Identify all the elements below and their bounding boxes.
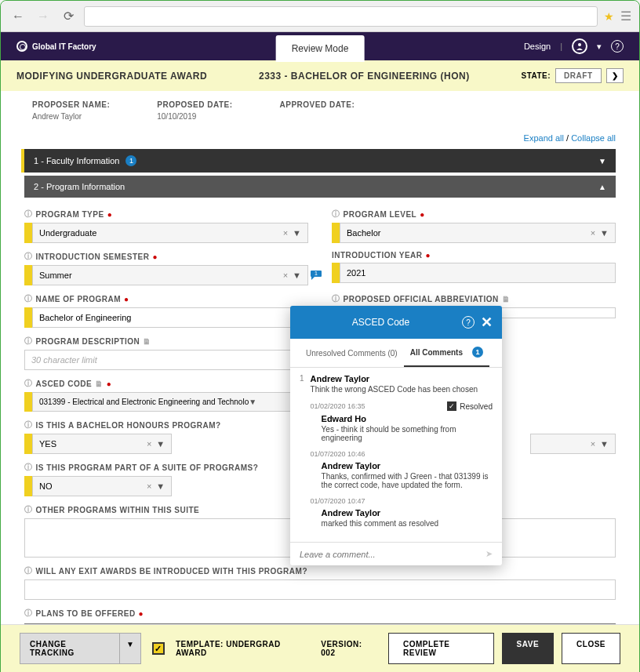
dropdown-icon[interactable]: ▼ <box>249 398 256 406</box>
info-icon[interactable]: ⓘ <box>332 209 340 220</box>
dropdown-icon[interactable]: ▼ <box>156 439 165 449</box>
clear-icon[interactable]: × <box>586 439 600 449</box>
info-icon[interactable]: ⓘ <box>24 251 33 262</box>
comment-text: marked this comment as resolved <box>322 519 493 528</box>
popup-close-button[interactable]: ✕ <box>481 314 493 331</box>
tab-unresolved[interactable]: Unresolved Comments (0) <box>300 339 404 367</box>
dropdown-icon[interactable]: ▼ <box>293 271 301 280</box>
help-button[interactable]: ? <box>611 40 624 53</box>
resolved-checkbox[interactable]: ✓Resolved <box>447 401 493 411</box>
accordion-title: 1 - Faculty Information <box>34 156 119 165</box>
reload-button[interactable]: ⟳ <box>59 7 78 26</box>
honours-select[interactable]: YES×▼ <box>32 434 172 454</box>
send-button[interactable]: ➤ <box>485 549 493 559</box>
info-icon[interactable]: ⓘ <box>24 504 33 515</box>
info-icon[interactable]: ⓘ <box>24 608 33 619</box>
version-label: VERSION: 002 <box>321 640 377 657</box>
user-menu[interactable] <box>572 38 587 54</box>
program-level-select[interactable]: Bachelor×▼ <box>340 223 616 243</box>
suite-select[interactable]: NO×▼ <box>32 476 172 496</box>
change-indicator <box>24 307 32 328</box>
exit-awards-input[interactable] <box>24 579 616 600</box>
change-indicator <box>24 223 32 243</box>
menu-button[interactable]: ☰ <box>620 9 631 24</box>
dropdown-icon[interactable]: ▼ <box>600 228 609 238</box>
info-icon[interactable]: ⓘ <box>24 293 33 304</box>
change-tracking-button[interactable]: CHANGE TRACKING ▼ <box>20 633 141 664</box>
comment-input-row: ➤ <box>290 542 502 565</box>
clear-icon[interactable]: × <box>278 271 293 280</box>
change-indicator <box>24 434 32 454</box>
doc-icon[interactable]: 🗎 <box>143 337 151 346</box>
field-label: OTHER PROGRAMS WITHIN THIS SUITE <box>36 506 200 514</box>
page-title: 2333 - BACHELOR OF ENGINEERING (HON) <box>223 71 505 82</box>
change-indicator <box>24 392 32 412</box>
clear-icon[interactable]: × <box>142 439 156 449</box>
change-indicator <box>24 476 32 496</box>
forward-button[interactable]: → <box>34 7 53 26</box>
tracking-checkbox[interactable]: ✓ <box>152 642 165 655</box>
dropdown-icon[interactable]: ▼ <box>600 439 609 449</box>
user-dropdown[interactable]: ▾ <box>597 42 602 52</box>
checkbox-icon: ✓ <box>447 401 456 411</box>
url-bar[interactable] <box>84 6 598 27</box>
template-label: TEMPLATE: UNDERGRAD AWARD <box>176 640 310 657</box>
meta-row: PROPOSER NAME: Andrew Taylor PROPOSED DA… <box>1 91 639 130</box>
dropdown-icon[interactable]: ▼ <box>156 481 165 491</box>
expand-all-link[interactable]: Expand all <box>524 133 564 143</box>
dropdown-icon[interactable]: ▼ <box>293 228 301 238</box>
modifying-label: MODIFYING UNDERGRADUATE AWARD <box>16 71 207 82</box>
approved-date-label: APPROVED DATE: <box>280 100 355 109</box>
field-label: INTRODUCTION SEMESTER <box>36 252 150 261</box>
accordion-faculty[interactable]: 1 - Faculty Information 1 ▼ <box>24 149 616 173</box>
bookmark-icon[interactable]: ★ <box>604 10 614 23</box>
info-icon[interactable]: ⓘ <box>24 462 33 473</box>
comment-input[interactable] <box>300 550 485 559</box>
close-button[interactable]: CLOSE <box>562 633 620 664</box>
accent-bar <box>21 149 24 173</box>
info-icon[interactable]: ⓘ <box>24 420 33 430</box>
complete-review-button[interactable]: COMPLETE REVIEW <box>388 633 494 664</box>
clear-icon[interactable]: × <box>586 228 600 238</box>
thread-number: 1 <box>300 374 304 536</box>
doc-icon[interactable]: 🗎 <box>502 295 511 303</box>
back-button[interactable]: ← <box>9 7 27 26</box>
brand[interactable]: Global IT Factory <box>16 41 96 52</box>
intro-semester-select[interactable]: Summer×▼ <box>32 265 308 285</box>
title-bar: MODIFYING UNDERGRADUATE AWARD 2333 - BAC… <box>1 60 639 91</box>
asced-code-select[interactable]: 031399 - Electrical and Electronic Engin… <box>32 392 308 412</box>
intro-year-input[interactable]: 2021 <box>340 263 616 283</box>
program-type-select[interactable]: Undergraduate×▼ <box>32 223 308 243</box>
design-link[interactable]: Design <box>524 42 551 51</box>
proposed-date-value: 10/10/2019 <box>157 112 232 121</box>
comment-timestamp: 01/02/2020 16:35 <box>311 402 365 410</box>
info-icon[interactable]: ⓘ <box>24 336 33 347</box>
required-icon: ● <box>107 380 112 388</box>
change-indicator <box>332 263 340 283</box>
info-icon[interactable]: ⓘ <box>24 209 33 220</box>
popup-help-button[interactable]: ? <box>462 316 475 329</box>
review-mode-tab[interactable]: Review Mode <box>276 35 365 62</box>
collapse-all-link[interactable]: Collapse all <box>571 133 616 143</box>
proposed-date-label: PROPOSED DATE: <box>157 100 232 109</box>
comment-text: Think the wrong ASCED Code has been chos… <box>311 385 493 394</box>
clear-icon[interactable]: × <box>278 228 293 238</box>
proposer-value: Andrew Taylor <box>32 112 110 121</box>
info-icon[interactable]: ⓘ <box>332 293 340 304</box>
info-icon[interactable]: ⓘ <box>24 565 33 576</box>
dropdown-icon[interactable]: ▼ <box>119 634 140 663</box>
accordion-program[interactable]: 2 - Program Information ▲ <box>24 176 616 198</box>
info-icon[interactable]: ⓘ <box>24 378 33 389</box>
hidden-select[interactable]: ×▼ <box>530 434 616 454</box>
field-label: WILL ANY EXIT AWARDS BE INTRODUCED WITH … <box>36 567 308 576</box>
description-input[interactable]: 30 character limit <box>24 350 308 370</box>
state-next-button[interactable]: ❯ <box>606 68 624 83</box>
save-button[interactable]: SAVE <box>502 633 555 664</box>
comment-bubble-icon[interactable]: 1 <box>310 270 322 283</box>
field-label: IS THIS PROGRAM PART OF A SUITE OF PROGR… <box>36 463 259 472</box>
doc-icon[interactable]: 🗎 <box>95 380 104 388</box>
tab-all-comments[interactable]: All Comments1 <box>404 339 489 367</box>
program-name-input[interactable]: Bachelor of Engineering <box>32 307 308 328</box>
field-label: PROGRAM LEVEL <box>344 210 417 219</box>
clear-icon[interactable]: × <box>142 481 156 491</box>
